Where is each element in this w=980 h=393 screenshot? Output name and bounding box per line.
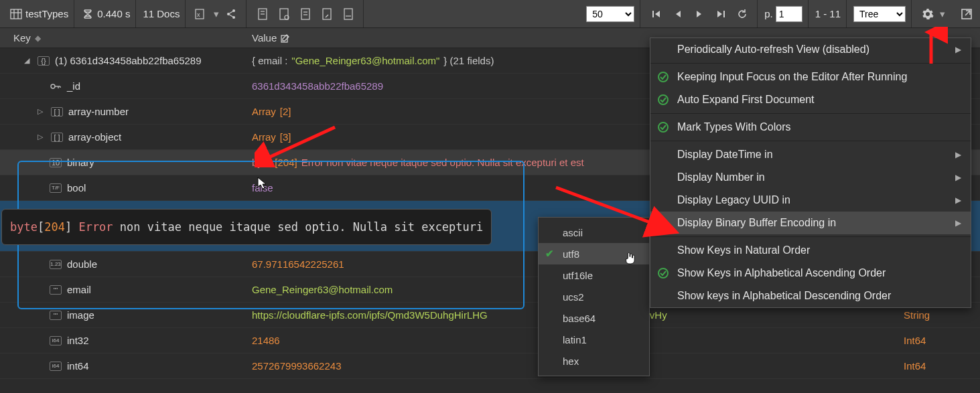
chevron-down-icon[interactable]: ▾ [940, 8, 945, 20]
svg-point-35 [658, 72, 668, 82]
export-excel-button[interactable]: x [192, 5, 211, 23]
submenu-arrow-icon: ▶ [955, 195, 961, 205]
settings-menu-item[interactable]: Mark Types With Colors [650, 116, 971, 139]
svg-rect-19 [323, 9, 331, 19]
doc-action-5[interactable] [339, 5, 358, 23]
page-label: p. [764, 8, 773, 19]
edit-icon[interactable] [281, 33, 290, 43]
enc-utf16le[interactable]: utf16le [539, 264, 649, 286]
number-icon: 1.23 [50, 260, 62, 269]
menu-label: Show Keys in Alphabetical Ascending Orde… [677, 267, 961, 279]
page-size-select[interactable]: 50 [586, 6, 634, 22]
svg-rect-27 [723, 11, 725, 17]
field-key: bool [67, 182, 86, 193]
toolbar: testTypes 0.440 s 11 Docs x ▾ 50 [0, 0, 980, 28]
submenu-arrow-icon: ▶ [955, 218, 961, 228]
string-icon: "" [50, 311, 62, 320]
expander-icon[interactable]: ▷ [38, 107, 46, 116]
field-key: array-number [68, 106, 129, 117]
timer-icon [81, 7, 94, 21]
docs-count: 11 Docs [143, 8, 180, 19]
field-value: Gene_Reinger63@hotmail.com [252, 284, 393, 295]
col-header-key[interactable]: Key ◆ [0, 32, 248, 44]
svg-line-9 [230, 11, 233, 13]
menu-label: Display Number in [677, 171, 949, 183]
settings-menu-item[interactable]: Keeping Input Focus on the Editor After … [650, 66, 971, 88]
svg-rect-0 [11, 9, 21, 19]
menu-label: Display Legacy UUID in [677, 194, 949, 206]
field-type: Int64 [904, 360, 926, 372]
sort-icon[interactable]: ◆ [35, 33, 41, 43]
menu-label: Auto Expand First Document [677, 94, 961, 106]
svg-point-31 [51, 84, 55, 88]
popout-button[interactable] [957, 5, 976, 23]
svg-marker-24 [676, 11, 681, 17]
submenu-arrow-icon: ▶ [955, 173, 961, 182]
settings-menu-item[interactable]: Display DateTime in▶ [650, 143, 971, 166]
submenu-arrow-icon: ▶ [955, 150, 961, 159]
doc-action-1[interactable] [253, 5, 272, 23]
int-icon: i64 [50, 336, 62, 345]
last-page-button[interactable] [711, 5, 730, 23]
enc-utf8[interactable]: ✔utf8 [539, 243, 649, 264]
value-tooltip: byte[204] Error non vitae neque itaque s… [1, 209, 492, 245]
menu-label: Periodically Auto-refresh View (disabled… [677, 44, 949, 56]
page-input[interactable] [776, 6, 802, 22]
svg-line-10 [230, 15, 233, 17]
field-row[interactable]: i64 int64 2572679993662243 Int64 [0, 353, 980, 379]
menu-label: Mark Types With Colors [677, 121, 961, 133]
refresh-button[interactable] [733, 5, 752, 23]
prev-page-button[interactable] [669, 5, 687, 23]
doc-id-label: (1) 6361d343458abb22fba65289 [55, 55, 202, 66]
field-value: false [252, 182, 273, 193]
array-icon: [ ] [51, 107, 63, 116]
doc-icon: {} [38, 56, 50, 66]
field-row[interactable]: i64 int32 21486 Int64 [0, 328, 980, 353]
svg-rect-22 [652, 11, 654, 17]
collection-name[interactable]: testTypes [25, 8, 68, 19]
svg-line-29 [965, 11, 970, 15]
doc-action-2[interactable] [275, 5, 293, 23]
settings-button[interactable] [918, 5, 937, 23]
enc-latin1[interactable]: latin1 [539, 329, 649, 350]
settings-menu-item[interactable]: Display Number in▶ [650, 166, 971, 189]
settings-menu-item[interactable]: Auto Expand First Document [650, 88, 971, 111]
svg-marker-26 [717, 11, 722, 17]
share-button[interactable] [222, 5, 240, 23]
check-icon [656, 267, 671, 279]
settings-menu-item[interactable]: Periodically Auto-refresh View (disabled… [650, 38, 971, 61]
settings-menu-item[interactable]: Show Keys in Natural Order [650, 239, 971, 262]
expander-icon[interactable]: ◢ [24, 56, 32, 65]
doc-action-3[interactable] [296, 5, 315, 23]
expander-icon[interactable]: ▷ [38, 133, 46, 141]
key-icon [50, 82, 62, 91]
settings-menu: Periodically Auto-refresh View (disabled… [650, 37, 971, 308]
enc-hex[interactable]: hex [539, 350, 649, 372]
array-icon: [ ] [51, 133, 63, 142]
field-key: double [67, 258, 97, 270]
field-value: https://cloudflare-ipfs.com/ipfs/Qmd3W5D… [252, 309, 488, 321]
next-page-button[interactable] [690, 5, 709, 23]
view-mode-select[interactable]: Tree [853, 6, 906, 22]
settings-menu-item[interactable]: Display Legacy UUID in▶ [650, 189, 971, 212]
settings-menu-item[interactable]: Show keys in Alphabetical Descending Ord… [650, 285, 971, 307]
settings-menu-item[interactable]: Display Binary Buffer Encoding in▶ [650, 212, 971, 234]
field-key: int64 [67, 360, 89, 372]
field-value: 6361d343458abb22fba65289 [252, 80, 383, 92]
table-icon [9, 7, 23, 21]
settings-menu-item[interactable]: Show Keys in Alphabetical Ascending Orde… [650, 262, 971, 285]
enc-ucs2[interactable]: ucs2 [539, 286, 649, 307]
doc-action-4[interactable] [318, 5, 336, 23]
field-value: 67.97116542225261 [252, 258, 344, 270]
first-page-button[interactable] [647, 5, 666, 23]
enc-base64[interactable]: base64 [539, 307, 649, 329]
enc-ascii[interactable]: ascii [539, 222, 649, 243]
field-value: 21486 [252, 335, 280, 346]
field-type: String [904, 309, 930, 321]
field-key: int32 [67, 335, 89, 346]
svg-rect-14 [280, 9, 288, 19]
svg-rect-20 [344, 9, 352, 19]
field-key: _id [67, 80, 80, 92]
chevron-down-icon[interactable]: ▾ [214, 8, 219, 20]
binary-icon: 10 [50, 158, 62, 167]
